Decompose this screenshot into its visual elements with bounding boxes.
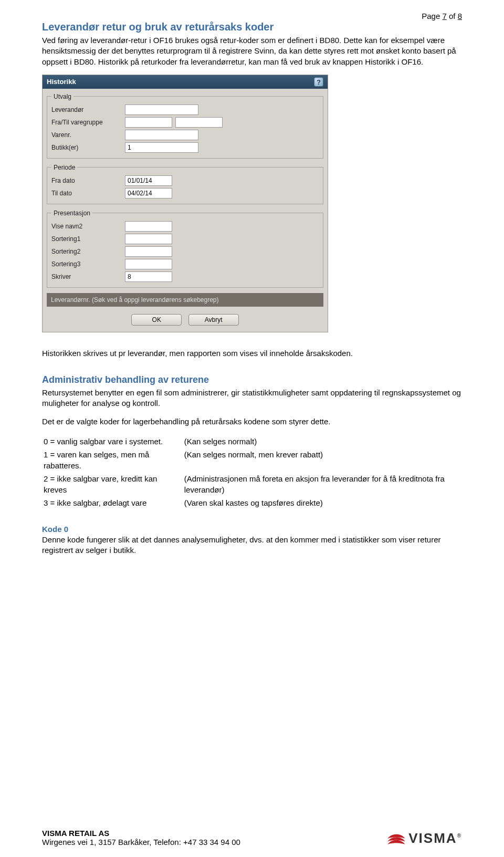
input-sort3[interactable] [125, 259, 172, 269]
code-left-3: 3 = ikke salgbar, ødelagt vare [43, 497, 183, 509]
code-row-0: 0 = vanlig salgbar vare i systemet. (Kan… [43, 435, 461, 447]
historikk-dialog: Historikk ? Utvalg Leverandør Fra/Til va… [42, 75, 328, 332]
page-label: Page [422, 12, 440, 20]
page-current: 7 [442, 12, 446, 20]
label-fra-dato: Fra dato [51, 177, 125, 184]
legend-presentasjon: Presentasjon [51, 210, 92, 217]
input-skriver[interactable] [125, 271, 172, 282]
group-presentasjon: Presentasjon Vise navn2 Sortering1 Sorte… [47, 210, 323, 288]
label-fratil: Fra/Til varegruppe [51, 119, 125, 126]
page-of: of [449, 12, 456, 20]
footer: VISMA RETAIL AS Wirgenes vei 1, 3157 Bar… [42, 829, 462, 846]
hint-bar: Leverandørnr. (Søk ved å oppgi leverandø… [47, 293, 323, 307]
input-leverandor[interactable] [125, 104, 198, 115]
input-sort1[interactable] [125, 234, 172, 244]
label-leverandor: Leverandør [51, 106, 125, 113]
section-title-2: Administrativ behandling av returene [42, 374, 462, 385]
code-row-3: 3 = ikke salgbar, ødelagt vare (Varen sk… [43, 497, 461, 509]
logo-swoosh-icon [386, 832, 406, 845]
para2: Historikken skrives ut pr leverandør, me… [42, 348, 462, 359]
code-row-1: 1 = varen kan selges, men må rabatteres.… [43, 448, 461, 472]
label-til-dato: Til dato [51, 190, 125, 197]
kode0-title: Kode 0 [42, 525, 462, 534]
group-periode: Periode Fra dato Til dato [47, 164, 323, 204]
label-varenr: Varenr. [51, 131, 125, 139]
code-left-0: 0 = vanlig salgbar vare i systemet. [43, 435, 183, 447]
input-til-varegruppe[interactable] [175, 117, 223, 128]
section2-para2: Det er de valgte koder for lagerbehandli… [42, 416, 462, 427]
help-icon[interactable]: ? [314, 77, 323, 87]
input-fra-dato[interactable] [125, 175, 172, 186]
label-skriver: Skriver [51, 273, 125, 280]
dialog-buttons: OK Avbryt [47, 312, 323, 327]
page-total: 8 [458, 12, 462, 20]
code-right-0: (Kan selges normalt) [184, 435, 461, 447]
label-sort1: Sortering1 [51, 235, 125, 243]
input-varenr[interactable] [125, 130, 198, 140]
footer-text: VISMA RETAIL AS Wirgenes vei 1, 3157 Bar… [42, 829, 240, 846]
dialog-title: Historikk [47, 78, 76, 86]
section-title-1: Leverandør retur og bruk av returårsaks … [42, 21, 462, 33]
kode0-text: Denne kode fungerer slik at det dannes a… [42, 535, 462, 556]
section1-para1: Ved føring av leverandør-retur i OF16 br… [42, 35, 462, 67]
input-til-dato[interactable] [125, 188, 172, 198]
dialog-header: Historikk ? [43, 75, 328, 89]
footer-company: VISMA RETAIL AS [42, 829, 240, 838]
cancel-button[interactable]: Avbryt [188, 314, 239, 326]
label-sort2: Sortering2 [51, 248, 125, 255]
code-left-2: 2 = ikke salgbar vare, kreditt kan kreve… [43, 473, 183, 496]
label-butikker: Butikk(er) [51, 144, 125, 151]
input-navn2[interactable] [125, 221, 172, 232]
input-sort2[interactable] [125, 246, 172, 257]
label-sort3: Sortering3 [51, 260, 125, 268]
code-table: 0 = vanlig salgbar vare i systemet. (Kan… [42, 434, 462, 510]
code-row-2: 2 = ikke salgbar vare, kreditt kan kreve… [43, 473, 461, 496]
legend-periode: Periode [51, 164, 77, 171]
input-fra-varegruppe[interactable] [125, 117, 172, 128]
code-right-3: (Varen skal kastes og tapsføres direkte) [184, 497, 461, 509]
ok-button[interactable]: OK [131, 314, 182, 326]
group-utvalg: Utvalg Leverandør Fra/Til varegruppe Var… [47, 93, 323, 159]
input-butikker[interactable] [125, 142, 198, 153]
footer-address: Wirgenes vei 1, 3157 Barkåker, Telefon: … [42, 838, 240, 846]
label-navn2: Vise navn2 [51, 223, 125, 230]
code-left-1: 1 = varen kan selges, men må rabatteres. [43, 448, 183, 472]
logo-text: VISMA® [408, 830, 462, 846]
code-right-2: (Administrasjonen må foreta en aksjon fr… [184, 473, 461, 496]
legend-utvalg: Utvalg [51, 93, 74, 100]
section2-para1: Retursystemet benytter en egen fil som a… [42, 388, 462, 409]
dialog-body: Utvalg Leverandør Fra/Til varegruppe Var… [43, 89, 328, 332]
visma-logo: VISMA® [386, 830, 462, 846]
page-number: Page 7 of 8 [422, 12, 462, 20]
logo-registered-icon: ® [457, 833, 462, 839]
code-right-1: (Kan selges normalt, men krever rabatt) [184, 448, 461, 472]
